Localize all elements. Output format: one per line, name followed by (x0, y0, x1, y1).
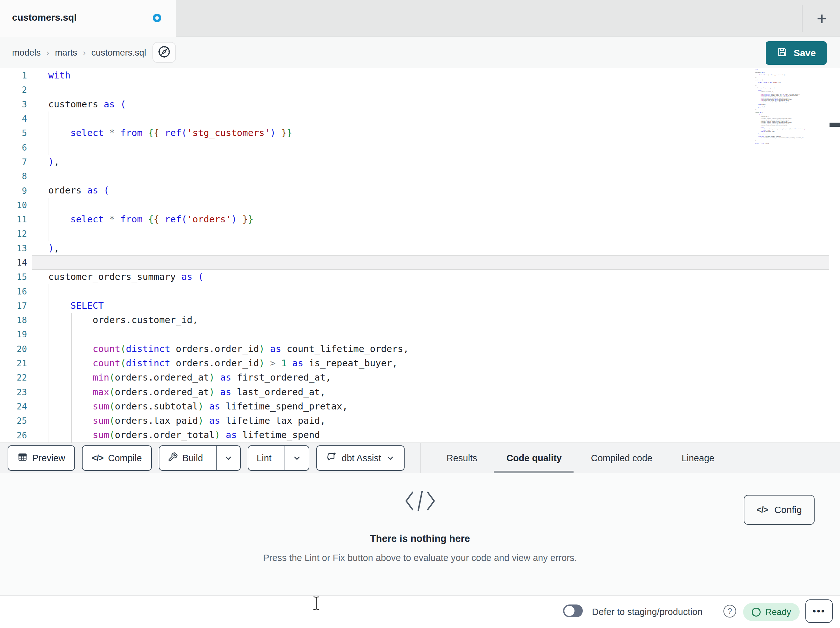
code-line-26[interactable]: 26 sum(orders.order_total) as lifetime_s… (0, 428, 840, 442)
code-line-text: customers as ( (36, 97, 126, 111)
more-options-button[interactable]: ••• (805, 600, 833, 623)
breadcrumb-item-models: models (12, 47, 41, 58)
lint-button-group: Lint (248, 445, 309, 471)
code-line-14[interactable]: 14 (0, 255, 840, 270)
code-line-3[interactable]: 3customers as ( (0, 97, 840, 111)
code-line-16[interactable]: 16 (0, 284, 840, 298)
code-line-11[interactable]: 11 select * from {{ ref('orders') }} (0, 212, 840, 226)
indent-guide (49, 111, 49, 126)
line-number: 17 (0, 301, 36, 311)
line-number: 2 (0, 85, 36, 95)
code-line-17[interactable]: 17 SELECT (0, 299, 840, 313)
line-number: 21 (0, 358, 36, 368)
code-line-20[interactable]: 20 count(distinct orders.order_id) as co… (0, 342, 840, 356)
code-line-1[interactable]: 1with (0, 68, 840, 82)
empty-state-subtitle: Press the Lint or Fix button above to ev… (263, 553, 577, 563)
code-line-text: ), (36, 241, 59, 255)
code-line-21[interactable]: 21 count(distinct orders.order_id) > 1 a… (0, 356, 840, 370)
code-line-text: with (36, 68, 71, 82)
lint-button[interactable]: Lint (248, 446, 280, 470)
code-line-23[interactable]: 23 max(orders.ordered_at) as last_ordere… (0, 385, 840, 399)
line-number: 8 (0, 171, 36, 181)
preview-button[interactable]: Preview (8, 445, 75, 471)
unsaved-changes-dot-icon (153, 14, 161, 22)
code-line-10[interactable]: 10 (0, 198, 840, 212)
code-line-19[interactable]: 19 (0, 327, 840, 342)
line-number: 23 (0, 387, 36, 397)
code-line-13[interactable]: 13), (0, 241, 840, 255)
line-number: 11 (0, 214, 36, 224)
toggle-knob (564, 606, 575, 616)
code-line-9[interactable]: 9orders as ( (0, 183, 840, 198)
code-line-18[interactable]: 18 orders.customer_id, (0, 313, 840, 327)
code-line-4[interactable]: 4 (0, 111, 840, 126)
build-button[interactable]: Build (159, 446, 212, 470)
line-number: 16 (0, 286, 36, 296)
chevron-down-icon (292, 454, 302, 462)
save-button-label: Save (794, 47, 816, 59)
code-editor[interactable]: 1with23customers as (45 select * from {{… (0, 68, 840, 443)
file-tab-customers-sql[interactable]: customers.sql (0, 0, 176, 37)
code-line-24[interactable]: 24 sum(orders.subtotal) as lifetime_spen… (0, 399, 840, 414)
code-line-12[interactable]: 12 (0, 226, 840, 241)
breadcrumb: models›marts›customers.sql (12, 37, 146, 68)
tab-lineage[interactable]: Lineage (682, 443, 714, 474)
save-button[interactable]: Save (766, 41, 827, 65)
line-number: 9 (0, 186, 36, 196)
toolbar-buttons: Preview </> Compile Build (8, 445, 404, 471)
ready-status-badge[interactable]: Ready (743, 603, 800, 621)
line-number: 26 (0, 430, 36, 440)
tab-results[interactable]: Results (447, 443, 477, 474)
empty-state: There is nothing here Press the Lint or … (0, 490, 840, 563)
code-line-25[interactable]: 25 sum(orders.tax_paid) as lifetime_tax_… (0, 414, 840, 428)
open-in-explorer-button[interactable] (152, 42, 176, 63)
help-icon[interactable]: ? (723, 605, 736, 617)
ready-status-label: Ready (765, 607, 791, 617)
code-lines: 1with23customers as (45 select * from {{… (0, 68, 840, 443)
code-line-5[interactable]: 5 select * from {{ ref('stg_customers') … (0, 126, 840, 140)
active-line-highlight (32, 255, 829, 270)
lint-dropdown-button[interactable] (284, 446, 309, 470)
build-dropdown-button[interactable] (216, 446, 240, 470)
config-button[interactable]: </> Config (744, 495, 815, 525)
chevron-down-icon (386, 454, 395, 462)
code-line-text: orders as ( (36, 183, 109, 198)
line-number: 12 (0, 229, 36, 239)
line-number: 6 (0, 142, 36, 152)
code-line-7[interactable]: 7), (0, 155, 840, 169)
compile-button[interactable]: </> Compile (82, 445, 152, 471)
editor-toolbar: Preview </> Compile Build (0, 443, 840, 473)
chevron-down-icon (224, 454, 233, 462)
code-line-text: count(distinct orders.order_id) > 1 as i… (36, 356, 398, 370)
code-line-text: count(distinct orders.order_id) as count… (36, 342, 409, 356)
indent-guide (71, 327, 72, 342)
lint-button-label: Lint (257, 453, 272, 463)
line-number: 3 (0, 100, 36, 109)
code-line-2[interactable]: 2 (0, 82, 840, 97)
code-line-text: orders.customer_id, (36, 313, 198, 327)
code-line-text: customer_orders_summary as ( (36, 270, 204, 284)
code-line-8[interactable]: 8 (0, 169, 840, 183)
indent-guide (49, 284, 49, 298)
compile-button-label: Compile (108, 453, 142, 463)
code-line-22[interactable]: 22 min(orders.ordered_at) as first_order… (0, 370, 840, 385)
code-line-6[interactable]: 6 (0, 140, 840, 154)
new-tab-button[interactable]: + (812, 7, 832, 30)
dbt-assist-button[interactable]: dbt Assist (316, 445, 404, 471)
tabbar-divider (802, 5, 802, 32)
code-line-text: sum(orders.tax_paid) as lifetime_tax_pai… (36, 414, 325, 428)
dbt-assist-button-label: dbt Assist (342, 453, 381, 463)
defer-toggle[interactable] (563, 604, 583, 617)
table-grid-icon (17, 452, 28, 464)
line-number: 5 (0, 128, 36, 138)
tab-compiled-code[interactable]: Compiled code (591, 443, 652, 474)
tab-code-quality[interactable]: Code quality (507, 443, 562, 474)
line-number: 18 (0, 315, 36, 325)
editor-scrollbar-thumb[interactable] (829, 123, 840, 127)
breadcrumb-separator: › (46, 48, 49, 58)
code-line-15[interactable]: 15customer_orders_summary as ( (0, 270, 840, 284)
breadcrumb-item-marts: marts (55, 47, 77, 58)
preview-button-label: Preview (32, 453, 65, 463)
breadcrumb-item-customers-sql: customers.sql (92, 47, 147, 58)
config-button-label: Config (774, 505, 802, 515)
